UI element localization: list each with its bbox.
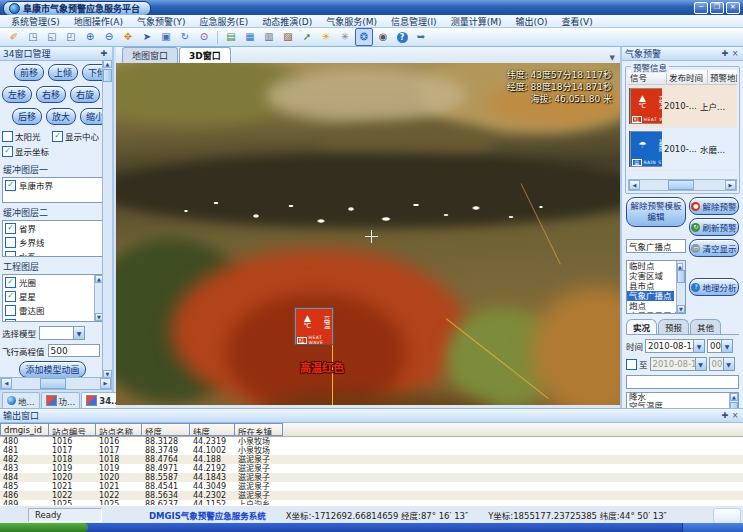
checkbox-icon[interactable]: ✓ — [52, 131, 63, 142]
tab-map-window[interactable]: 地图窗口 — [122, 47, 178, 63]
checkbox-icon[interactable]: ✓ — [5, 291, 16, 302]
table-row[interactable]: 48010161016 88.312844.2319小泉牧场 — [0, 437, 743, 446]
restore-button[interactable]: ❐ — [710, 2, 724, 14]
point-type-item[interactable]: 临时点 — [627, 261, 657, 271]
eye-icon[interactable]: ◉ — [374, 28, 392, 46]
toggle-item[interactable]: ✓显示坐标 — [2, 145, 52, 157]
layer-item[interactable]: 乡界线 — [3, 235, 103, 249]
checkbox-icon[interactable]: ✓ — [2, 146, 13, 157]
point-type-item[interactable]: 气象广播点 — [627, 291, 674, 301]
scroll-right-icon[interactable]: ▶ — [100, 378, 111, 389]
camera-nav-button[interactable]: 右旋 — [70, 86, 100, 103]
start-button[interactable] — [0, 523, 88, 532]
checkbox-icon[interactable]: ✓ — [5, 277, 16, 288]
table-row[interactable]: 48410201020 88.558744.1843滋泥泉子 — [0, 473, 743, 482]
scroll-up-icon[interactable]: ▲ — [103, 60, 112, 68]
point-type-item[interactable]: 灾害区域 — [627, 271, 665, 281]
menu-item[interactable]: 应急服务(E) — [192, 15, 255, 28]
column-header[interactable]: 站点编号 — [49, 423, 96, 436]
camera-nav-button[interactable]: 右移 — [36, 86, 66, 103]
zoom-extent-box-icon[interactable]: ◰ — [62, 28, 80, 46]
to-hour-combo[interactable]: 00▼ — [709, 357, 735, 371]
table-row[interactable]: 48610221022 88.563444.2302滋泥泉子 — [0, 491, 743, 500]
release-template-button[interactable]: 解除预警模板编辑 — [626, 197, 686, 227]
layer-item[interactable]: ✓阜康市界 — [3, 178, 103, 192]
scroll-down-icon[interactable]: ▼ — [677, 305, 685, 313]
plot-icon[interactable]: ▨ — [279, 28, 297, 46]
tab-scroll-button[interactable]: ▼ — [607, 53, 618, 63]
scroll-left-icon[interactable]: ◀ — [1, 378, 12, 389]
zoom-box-icon[interactable]: ◳ — [24, 28, 42, 46]
scrollbar-thumb[interactable] — [40, 378, 66, 389]
model-select-combo[interactable]: ▼ — [39, 326, 85, 340]
tab-live[interactable]: 实况 — [626, 319, 657, 334]
to-date-combo[interactable]: 2010-08-13▼ — [650, 357, 707, 371]
layer-item[interactable]: ✓省界 — [3, 221, 103, 235]
close-button[interactable]: ✕ — [726, 2, 740, 14]
scrollbar-thumb[interactable] — [668, 180, 694, 190]
layer-item[interactable]: 云图 — [3, 317, 95, 322]
minimize-button[interactable]: ─ — [694, 2, 708, 14]
point-type-item[interactable]: 电子显示屏点 — [627, 311, 677, 313]
tab-3d-window[interactable]: 3D窗口 — [179, 47, 231, 63]
select-arrow-icon[interactable]: ➤ — [138, 28, 156, 46]
point-type-item[interactable]: 县市点 — [627, 281, 657, 291]
globe-3d-icon[interactable]: ❂ — [355, 28, 373, 46]
table-row[interactable]: 48210181018 88.476444.188滋泥泉子 — [0, 455, 743, 464]
tab-functions[interactable]: 功... — [41, 392, 81, 408]
geo-analysis-button[interactable]: ?地理分析 — [689, 278, 739, 296]
camera-nav-button[interactable]: 下倾 — [82, 64, 103, 81]
menu-item[interactable]: 系统管理(S) — [4, 15, 67, 28]
table-row[interactable]: 48510211021 88.454144.3049滋泥泉子 — [0, 482, 743, 491]
column-header[interactable]: 纬度 — [190, 423, 235, 436]
heat-wave-billboard-icon[interactable]: ▲℃ 高温 红HEAT WAVE — [295, 308, 333, 344]
layer-item[interactable]: ✓光圈 — [3, 275, 95, 289]
full-extent-icon[interactable]: ▣ — [157, 28, 175, 46]
camera-nav-button[interactable]: 上倾 — [48, 64, 78, 81]
warning-table-hscrollbar[interactable]: ◀ ▶ — [628, 179, 737, 191]
list-scrollbar[interactable]: ▲ ▼ — [729, 393, 738, 408]
warning-row-heat[interactable]: ▲℃ 高温 红HEAT WAVE 2010-... 上户... — [628, 85, 737, 128]
tab-forecast[interactable]: 预报 — [658, 319, 689, 334]
toggle-item[interactable]: ✓显示中心 — [52, 130, 102, 142]
warning-row-rain[interactable]: ☂ 暴雨 蓝RAIN STORM 2010-... 水磨... — [628, 128, 737, 171]
toolbar-button[interactable] — [214, 28, 221, 46]
column-header[interactable]: 所在乡镇 — [235, 423, 283, 436]
measure-icon[interactable]: ✐ — [5, 28, 23, 46]
point-type-item[interactable]: 炮点 — [627, 301, 648, 311]
table-row[interactable]: 48310191019 88.497144.2192滋泥泉子 — [0, 464, 743, 473]
column-header[interactable]: 经度 — [142, 423, 190, 436]
left-panel-scrollbar[interactable]: ▲ ▼ — [102, 60, 112, 378]
menu-item[interactable]: 测量计算(M) — [444, 15, 509, 28]
to-checkbox[interactable] — [626, 359, 637, 370]
checkbox-icon[interactable] — [5, 251, 16, 258]
column-header[interactable]: 站点名称 — [96, 423, 142, 436]
menu-item[interactable]: 动态推演(D) — [255, 15, 319, 28]
zoom-in-icon[interactable]: ⊕ — [81, 28, 99, 46]
scroll-up-icon[interactable]: ▲ — [730, 393, 738, 401]
settings-icon[interactable]: ✳ — [336, 28, 354, 46]
pin-icon[interactable]: ✚ — [720, 411, 730, 421]
identify-icon[interactable]: ⊙ — [195, 28, 213, 46]
point-type-combo[interactable]: 气象广播点 — [626, 239, 686, 253]
scrollbar-thumb[interactable] — [677, 270, 685, 283]
fly-path-icon[interactable]: ➚ — [298, 28, 316, 46]
chevron-down-icon[interactable]: ▼ — [73, 327, 84, 339]
scroll-right-icon[interactable]: ▶ — [725, 180, 736, 190]
camera-nav-button[interactable]: 放大 — [46, 108, 76, 125]
checkbox-icon[interactable] — [5, 305, 16, 316]
menu-item[interactable]: 地图操作(A) — [67, 15, 130, 28]
add-model-anim-button[interactable]: 添加模型动画 — [19, 361, 85, 378]
checkbox-icon[interactable] — [5, 319, 16, 323]
zoom-box-out-icon[interactable]: ◱ — [43, 28, 61, 46]
checkbox-icon[interactable]: ✓ — [5, 223, 16, 234]
refresh-warning-button[interactable]: ↻刷新预警 — [689, 218, 739, 236]
close-icon[interactable]: × — [730, 411, 740, 421]
flight-elevation-input[interactable]: 500 — [48, 344, 100, 357]
image-layer-icon[interactable]: ▤ — [222, 28, 240, 46]
camera-nav-button[interactable]: 缩小 — [80, 108, 103, 125]
toggle-item[interactable]: 太阳光 — [2, 130, 52, 142]
snapshot-icon[interactable]: ▦ — [241, 28, 259, 46]
checkbox-icon[interactable] — [2, 131, 13, 142]
layer-item[interactable]: 水系 — [3, 249, 103, 257]
